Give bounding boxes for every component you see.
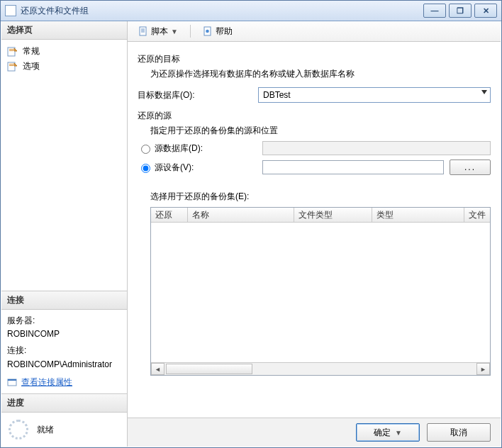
script-icon: [138, 26, 148, 36]
close-button[interactable]: ✕: [474, 4, 497, 18]
page-general-label: 常规: [23, 45, 40, 57]
sidebar: 选择页 常规 选项 连接 服务器:: [1, 21, 128, 447]
page-tree: 常规 选项: [1, 40, 127, 78]
dialog-footer: 确定 ▼ 取消: [128, 418, 501, 447]
help-icon: [203, 26, 213, 36]
toolbar-separator: [190, 25, 191, 38]
dialog-window: 还原文件和文件组 — ❐ ✕ 选择页 常规 选项: [0, 0, 502, 448]
horizontal-scrollbar[interactable]: ◄ ►: [151, 362, 490, 375]
content: p://blog.c t/ 还原的目标 为还原操作选择现有数据库的名称或键入新数…: [128, 42, 501, 418]
source-device-label: 源设备(V):: [155, 162, 262, 174]
help-button[interactable]: 帮助: [198, 23, 238, 40]
script-label: 脚本: [151, 26, 168, 38]
col-restore[interactable]: 还原: [151, 208, 188, 222]
maximize-button[interactable]: ❐: [449, 4, 472, 18]
source-database-radio[interactable]: [141, 145, 150, 154]
scroll-left-button[interactable]: ◄: [151, 363, 164, 375]
svg-rect-8: [140, 27, 146, 35]
svg-rect-1: [9, 49, 13, 50]
dialog-body: 选择页 常规 选项 连接 服务器:: [1, 21, 501, 447]
backup-sets-table[interactable]: 还原 名称 文件类型 类型 文件 ◄ ►: [150, 207, 491, 376]
target-database-value: DBTest: [263, 90, 291, 100]
titlebar[interactable]: 还原文件和文件组 — ❐ ✕: [1, 1, 501, 21]
col-file[interactable]: 文件: [464, 208, 490, 222]
page-icon: [7, 47, 18, 57]
app-icon: [5, 5, 16, 16]
target-database-label: 目标数据库(O):: [138, 89, 258, 101]
source-device-input[interactable]: [262, 160, 444, 174]
restore-destination-desc: 为还原操作选择现有数据库的名称或键入新数据库名称: [150, 68, 491, 80]
help-label: 帮助: [216, 26, 233, 38]
col-name[interactable]: 名称: [188, 208, 294, 222]
page-general[interactable]: 常规: [7, 44, 121, 59]
restore-source-title: 还原的源: [138, 110, 491, 122]
ok-button[interactable]: 确定 ▼: [356, 423, 420, 442]
progress-header: 进度: [1, 394, 127, 413]
conn-value: ROBINCOMP\Administrator: [7, 358, 121, 371]
restore-source-desc: 指定用于还原的备份集的源和位置: [150, 125, 491, 137]
window-buttons: — ❐ ✕: [423, 4, 497, 18]
scroll-right-button[interactable]: ►: [476, 363, 490, 375]
server-label: 服务器:: [7, 314, 121, 327]
table-header: 还原 名称 文件类型 类型 文件: [151, 208, 490, 223]
page-options-label: 选项: [23, 60, 40, 72]
backup-sets-label: 选择用于还原的备份集(E):: [150, 191, 491, 203]
svg-point-10: [206, 30, 209, 33]
server-value: ROBINCOMP: [7, 327, 121, 341]
ok-label: 确定: [374, 427, 391, 439]
svg-rect-2: [9, 50, 13, 51]
progress-panel: 进度 就绪: [1, 393, 127, 447]
main-area: 脚本 ▼ 帮助 p://blog.c t/ 还原的目标 为还原操作选择现有数据库…: [128, 21, 501, 447]
select-page-header: 选择页: [1, 21, 127, 40]
source-database-label: 源数据库(D):: [155, 142, 262, 155]
connection-header: 连接: [1, 291, 127, 310]
chevron-down-icon: ▼: [171, 28, 178, 35]
scroll-track[interactable]: [164, 364, 476, 374]
minimize-button[interactable]: —: [423, 4, 446, 18]
page-icon: [7, 62, 18, 72]
col-file-type[interactable]: 文件类型: [294, 208, 372, 222]
browse-device-button[interactable]: ...: [450, 159, 491, 175]
scroll-thumb[interactable]: [166, 364, 252, 374]
toolbar: 脚本 ▼ 帮助: [128, 21, 501, 42]
window-title: 还原文件和文件组: [21, 5, 423, 17]
properties-icon: [7, 377, 17, 387]
progress-status: 就绪: [37, 424, 54, 436]
page-options[interactable]: 选项: [7, 59, 121, 74]
script-button[interactable]: 脚本 ▼: [133, 23, 183, 40]
svg-rect-7: [8, 379, 16, 381]
target-database-combo[interactable]: DBTest: [258, 87, 491, 103]
restore-destination-title: 还原的目标: [138, 53, 491, 65]
chevron-down-icon: [481, 90, 487, 94]
source-database-combo: [262, 141, 491, 155]
connection-panel: 连接 服务器: ROBINCOMP 连接: ROBINCOMP\Administ…: [1, 291, 127, 393]
svg-rect-5: [9, 65, 13, 66]
svg-rect-4: [9, 64, 13, 65]
col-type[interactable]: 类型: [372, 208, 464, 222]
source-device-radio[interactable]: [141, 164, 150, 173]
chevron-down-icon: ▼: [395, 429, 402, 437]
cancel-button[interactable]: 取消: [427, 423, 491, 442]
spinner-icon: [9, 420, 28, 439]
conn-label: 连接:: [7, 344, 121, 357]
view-connection-properties-link[interactable]: 查看连接属性: [21, 376, 72, 389]
cancel-label: 取消: [450, 427, 467, 439]
